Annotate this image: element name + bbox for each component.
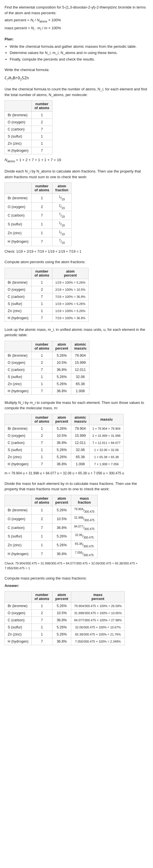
mm-atomic-mass: 1.008 [71, 460, 90, 468]
mf-fraction: 79.904/300.475 [71, 506, 98, 515]
am-row: Br (bromine)15.26%79.904 [5, 352, 90, 359]
mpf-atom-pct: 10.5% [52, 610, 71, 617]
mm-pct: 10.5% [52, 432, 71, 439]
am-pct: 5.26% [52, 373, 71, 380]
answer-label: Answer: [4, 583, 149, 589]
af-atoms: 7 [31, 237, 52, 246]
mm-row: S (sulfur)15.26%32.061 × 32.06 = 32.06 [5, 446, 124, 453]
m-eq: m = 79.904 u + 31.998 u + 84.077 u + 32.… [4, 471, 149, 476]
ap-row: Br (bromine)11/19 × 100% = 5.26% [5, 279, 88, 286]
mf-row: Br (bromine)15.26%79.904/300.475 [5, 506, 98, 515]
am-mass: 15.999 [71, 359, 90, 366]
af-th-atoms: numberof atoms [31, 183, 52, 194]
mpf-intro: Compute mass percents using the mass fra… [4, 576, 149, 581]
mm-element: C (carbon) [5, 439, 32, 446]
mpf-th-atoms: numberof atoms [31, 591, 52, 602]
mpf-row: O (oxygen)210.5%31.998/300.475 × 100% = … [5, 610, 125, 617]
am-atoms: 2 [31, 359, 52, 366]
mf-th-frac: massfraction [71, 495, 98, 506]
am-mass: 65.38 [71, 380, 90, 388]
mf-element: S (sulfur) [5, 532, 32, 541]
ap-element: Br (bromine) [5, 279, 32, 286]
plan-step-1: Write the chemical formula and gather at… [10, 44, 149, 50]
af-element: H (hydrogen) [5, 237, 32, 246]
mf-row: Zn (zinc)15.26%65.38/300.475 [5, 541, 98, 550]
mm-pct: 36.8% [52, 439, 71, 446]
ap-row: S (sulfur)11/19 × 100% = 5.26% [5, 300, 88, 307]
am-element: O (oxygen) [5, 359, 32, 366]
af-check: Check: 1/19 + 2/19 + 7/19 + 1/19 + 1/19 … [4, 249, 149, 254]
ap-element: O (oxygen) [5, 286, 32, 293]
mf-fraction: 7.056/300.475 [71, 549, 98, 558]
am-atoms: 1 [31, 380, 52, 388]
am-th-mass: atomicmass/u [71, 341, 90, 352]
count-element: S (sulfur) [5, 133, 32, 140]
count-row: S (sulfur)1 [5, 133, 52, 140]
chemical-formula: C7H7BrO2SZn [4, 75, 149, 82]
count-element: C (carbon) [5, 126, 32, 133]
count-row: O (oxygen)2 [5, 119, 52, 126]
count-intro: Use the chemical formula to count the nu… [4, 86, 149, 97]
count-table: numberof atoms Br (bromine)1 O (oxygen)2… [4, 100, 52, 154]
ap-th-pct: atompercent [52, 268, 88, 279]
mm-atoms: 7 [31, 460, 52, 468]
ap-calc: 1/19 × 100% = 5.26% [52, 307, 88, 314]
mf-row: S (sulfur)15.26%32.06/300.475 [5, 532, 98, 541]
mm-element: O (oxygen) [5, 432, 32, 439]
mf-atoms: 1 [31, 541, 52, 550]
header-text: Find the elemental composition for 5-(1,… [4, 4, 149, 16]
mass-percent-final-section: Compute mass percents using the mass fra… [4, 576, 149, 645]
mm-element: S (sulfur) [5, 446, 32, 453]
af-fraction: 2/19 [52, 203, 72, 211]
count-atoms: 2 [31, 119, 52, 126]
am-element: Br (bromine) [5, 352, 32, 359]
mpf-calc: 65.38/300.475 × 100% = 21.76% [71, 631, 125, 638]
ap-row: C (carbon)77/19 × 100% = 36.8% [5, 293, 88, 300]
mm-calc: 7 × 12.011 = 84.077 [90, 439, 123, 446]
mm-atoms: 1 [31, 425, 52, 432]
ap-calc: 1/19 × 100% = 5.26% [52, 279, 88, 286]
mm-atoms: 1 [31, 453, 52, 460]
am-row: H (hydrogen)736.8%1.008 [5, 388, 90, 395]
mpf-table: numberof atoms atompercent masspercent B… [4, 591, 125, 645]
count-atoms: 1 [31, 112, 52, 119]
mpf-th-mass-pct: masspercent [71, 591, 125, 602]
mpf-element: S (sulfur) [5, 624, 32, 631]
mm-atoms: 7 [31, 439, 52, 446]
mf-pct: 36.8% [52, 549, 71, 558]
mpf-calc: 79.904/300.475 × 100% = 26.59% [71, 602, 125, 610]
af-fraction: 7/19 [52, 211, 72, 220]
am-mass: 1.008 [71, 388, 90, 395]
mm-element: H (hydrogen) [5, 460, 32, 468]
af-row: H (hydrogen)77/19 [5, 237, 72, 246]
mf-row: H (hydrogen)736.8%7.056/300.475 [5, 549, 98, 558]
ap-calc: 7/19 × 100% = 36.8% [52, 293, 88, 300]
am-th-element [5, 341, 32, 352]
plan-section: Plan: Write the chemical formula and gat… [4, 36, 149, 62]
count-atoms: 1 [31, 133, 52, 140]
mm-pct: 5.26% [52, 446, 71, 453]
mf-th-element [5, 495, 32, 506]
am-mass: 32.06 [71, 373, 90, 380]
molecular-mass-section: Multiply N_i by m_i to compute the mass … [4, 400, 149, 476]
atom-fraction-intro: Divide each N_i by N_atoms to calculate … [4, 168, 149, 180]
am-row: O (oxygen)210.5%15.999 [5, 359, 90, 366]
formula-section: Write the chemical formula: C7H7BrO2SZn [4, 67, 149, 81]
mpf-element: Br (bromine) [5, 602, 32, 610]
af-element: C (carbon) [5, 211, 32, 220]
mm-atoms: 2 [31, 432, 52, 439]
mf-pct: 5.26% [52, 532, 71, 541]
count-atoms: 7 [31, 147, 52, 154]
count-row: Br (bromine)1 [5, 112, 52, 119]
af-row: O (oxygen)22/19 [5, 203, 72, 211]
count-element: H (hydrogen) [5, 147, 32, 154]
am-row: C (carbon)736.8%12.011 [5, 366, 90, 373]
af-row: Br (bromine)11/19 [5, 194, 72, 203]
mf-check: Check: 79.904/300.475 + 31.998/300.475 +… [4, 561, 149, 570]
plan-step-3: Finally, compute the percents and check … [10, 57, 149, 62]
ap-element: H (hydrogen) [5, 314, 32, 321]
am-pct: 5.26% [52, 352, 71, 359]
mf-element: H (hydrogen) [5, 549, 32, 558]
mpf-atoms: 1 [31, 624, 52, 631]
mm-calc: 2 × 15.999 = 31.998 [90, 432, 123, 439]
